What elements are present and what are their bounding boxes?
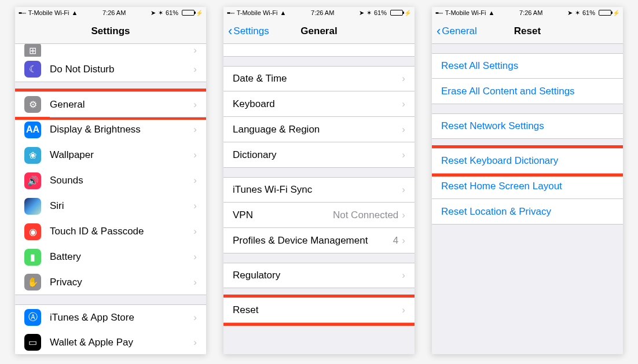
settings-group: Date & Time›Keyboard›Language & Region›D… xyxy=(223,66,415,168)
row-touch-id-passcode[interactable]: ◉Touch ID & Passcode› xyxy=(15,219,206,244)
chevron-left-icon: ‹ xyxy=(228,25,232,38)
row-general[interactable]: ⚙General› xyxy=(15,91,206,117)
battery-pct: 61% xyxy=(166,9,178,16)
row-item[interactable] xyxy=(223,44,415,57)
chevron-right-icon: › xyxy=(193,124,197,135)
clock-label: 7:26 AM xyxy=(311,9,334,16)
row-date-time[interactable]: Date & Time› xyxy=(223,66,415,91)
battery-icon: ▮ xyxy=(24,249,41,266)
chevron-right-icon: › xyxy=(402,73,405,84)
clock-label: 7:26 AM xyxy=(519,9,542,16)
row-reset-network-settings[interactable]: Reset Network Settings xyxy=(432,113,623,139)
row-reset-home-screen-layout[interactable]: Reset Home Screen Layout xyxy=(432,174,623,199)
battery-pct: 61% xyxy=(582,9,595,16)
row-label: Privacy xyxy=(50,277,193,288)
row-label: Wallet & Apple Pay xyxy=(50,337,193,348)
bluetooth-icon: ✶ xyxy=(366,9,372,17)
row-control-center[interactable]: ⊞Control Center› xyxy=(15,44,206,57)
row-label: Reset Keyboard Dictionary xyxy=(441,155,614,167)
row-dictionary[interactable]: Dictionary› xyxy=(223,142,415,168)
row-reset[interactable]: Reset› xyxy=(223,297,415,323)
page-title: Reset xyxy=(514,25,541,37)
carrier-label: T-Mobile Wi-Fi xyxy=(237,9,278,16)
chevron-right-icon: › xyxy=(193,200,197,212)
carrier-label: T-Mobile Wi-Fi xyxy=(445,9,486,16)
row-reset-location-privacy[interactable]: Reset Location & Privacy xyxy=(432,199,623,225)
location-icon: ➤ xyxy=(151,9,156,17)
touchid-icon: ◉ xyxy=(24,223,41,240)
settings-group: Regulatory› xyxy=(223,263,415,288)
chevron-right-icon: › xyxy=(402,184,405,196)
chevron-right-icon: › xyxy=(193,251,197,263)
privacy-icon: ✋ xyxy=(24,274,41,291)
carrier-label: T-Mobile Wi-Fi xyxy=(28,9,69,16)
row-detail: 4 xyxy=(393,235,398,247)
wallet-icon: ▭ xyxy=(24,334,41,351)
battery-icon: ⚡ xyxy=(597,10,619,16)
chevron-right-icon: › xyxy=(402,98,405,110)
row-display-brightness[interactable]: AADisplay & Brightness› xyxy=(15,117,206,142)
row-language-region[interactable]: Language & Region› xyxy=(223,117,415,142)
settings-group: Reset All SettingsErase All Content and … xyxy=(432,53,623,104)
row-vpn[interactable]: VPNNot Connected› xyxy=(223,203,415,228)
row-label: Profiles & Device Management xyxy=(233,235,393,247)
chevron-right-icon: › xyxy=(193,312,197,323)
back-button[interactable]: ‹Settings xyxy=(228,25,269,38)
row-label: iTunes & App Store xyxy=(50,312,193,323)
chevron-right-icon: › xyxy=(193,277,197,288)
phone-settings: ••◦◦◦ T-Mobile Wi-Fi ▲ 7:26 AM ➤ ✶ 61% ⚡… xyxy=(15,7,206,354)
wifi-icon: ▲ xyxy=(72,9,78,16)
row-do-not-disturb[interactable]: ☾Do Not Disturb› xyxy=(15,57,206,82)
signal-dots-icon: ••◦◦◦ xyxy=(435,10,443,16)
row-reset-keyboard-dictionary[interactable]: Reset Keyboard Dictionary xyxy=(432,148,623,174)
row-profiles-device-management[interactable]: Profiles & Device Management4› xyxy=(223,228,415,253)
back-button[interactable]: ‹General xyxy=(437,25,477,38)
chevron-right-icon: › xyxy=(193,99,197,111)
chevron-right-icon: › xyxy=(402,124,405,135)
row-wallpaper[interactable]: ❀Wallpaper› xyxy=(15,142,206,168)
row-label: VPN xyxy=(233,209,333,221)
row-itunes-app-store[interactable]: ⒶiTunes & App Store› xyxy=(15,304,206,330)
row-regulatory[interactable]: Regulatory› xyxy=(223,263,415,288)
chevron-right-icon: › xyxy=(402,209,405,221)
row-label: iTunes Wi-Fi Sync xyxy=(233,184,402,196)
nav-bar: Settings xyxy=(15,19,206,44)
chevron-right-icon: › xyxy=(402,235,405,247)
settings-group: ⚙General›AADisplay & Brightness›❀Wallpap… xyxy=(15,91,206,295)
settings-group: Reset Network Settings xyxy=(432,113,623,139)
location-icon: ➤ xyxy=(567,9,573,17)
row-label: Reset xyxy=(233,304,402,316)
row-privacy[interactable]: ✋Privacy› xyxy=(15,270,206,295)
status-bar: ••◦◦◦ T-Mobile Wi-Fi ▲ 7:26 AM ➤ ✶ 61% ⚡ xyxy=(15,7,206,19)
row-label: Reset All Settings xyxy=(441,60,614,72)
row-siri[interactable]: Siri› xyxy=(15,193,206,219)
row-reset-all-settings[interactable]: Reset All Settings xyxy=(432,53,623,79)
general-list[interactable]: Date & Time›Keyboard›Language & Region›D… xyxy=(223,44,415,354)
row-battery[interactable]: ▮Battery› xyxy=(15,244,206,270)
sounds-icon: 🔊 xyxy=(24,172,41,189)
chevron-left-icon: ‹ xyxy=(437,25,441,38)
chevron-right-icon: › xyxy=(193,149,197,161)
battery-pct: 61% xyxy=(374,9,387,16)
settings-list[interactable]: ⊞Control Center›☾Do Not Disturb›⚙General… xyxy=(15,44,206,354)
row-label: General xyxy=(50,99,193,111)
row-label: Siri xyxy=(50,200,193,212)
clock-label: 7:26 AM xyxy=(102,9,126,16)
reset-list[interactable]: Reset All SettingsErase All Content and … xyxy=(432,44,623,354)
row-keyboard[interactable]: Keyboard› xyxy=(223,91,415,117)
chevron-right-icon: › xyxy=(193,64,197,75)
bluetooth-icon: ✶ xyxy=(575,9,580,17)
location-icon: ➤ xyxy=(359,9,364,17)
row-label: Regulatory xyxy=(233,270,402,281)
settings-group: ⒶiTunes & App Store›▭Wallet & Apple Pay› xyxy=(15,304,206,354)
appstore-icon: Ⓐ xyxy=(24,309,41,326)
row-sounds[interactable]: 🔊Sounds› xyxy=(15,168,206,193)
row-wallet-apple-pay[interactable]: ▭Wallet & Apple Pay› xyxy=(15,330,206,354)
settings-group xyxy=(223,44,415,57)
row-itunes-wi-fi-sync[interactable]: iTunes Wi-Fi Sync› xyxy=(223,177,415,203)
row-erase-all-content-and-settings[interactable]: Erase All Content and Settings xyxy=(432,79,623,104)
status-bar: ••◦◦◦ T-Mobile Wi-Fi ▲ 7:26 AM ➤ ✶ 61% ⚡ xyxy=(432,7,623,19)
row-label: Dictionary xyxy=(233,149,402,161)
row-label: Date & Time xyxy=(233,73,402,84)
status-bar: ••◦◦◦ T-Mobile Wi-Fi ▲ 7:26 AM ➤ ✶ 61% ⚡ xyxy=(223,7,415,19)
